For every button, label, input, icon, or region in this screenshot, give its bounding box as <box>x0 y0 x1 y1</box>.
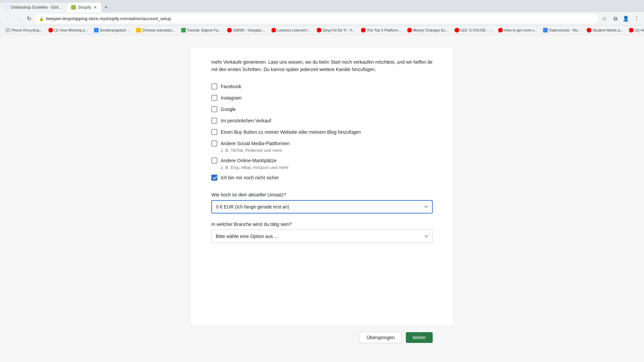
bookmark-favicon-15 <box>629 28 634 33</box>
bookmark-how-get[interactable]: How to get more v... <box>495 27 540 33</box>
bookmark-money[interactable]: Money Changes Ex... <box>405 27 451 33</box>
bookmark-favicon-2 <box>48 28 53 33</box>
bookmark-favicon-3 <box>94 28 99 33</box>
checkbox-social-media[interactable] <box>211 140 217 146</box>
bookmark-favicon-9 <box>361 28 366 33</box>
address-bar[interactable]: 🔒 beispiel-dropshipping-store.myshopify.… <box>35 14 598 23</box>
bookmark-chinese[interactable]: Chinese translatio... <box>133 27 177 33</box>
bookmark-how-to-add[interactable]: (2) How To Add A... <box>626 27 644 33</box>
bookmark-datenschutz[interactable]: Datenschutz - Re... <box>540 27 583 33</box>
bookmark-lee[interactable]: LEE 'S HOUSE - ... <box>452 27 495 33</box>
bookmark-favicon-12 <box>498 28 503 33</box>
tab-title-onlineshop: Onlineshop Erstellen - Einfa... <box>11 5 63 10</box>
bookmark-label-13: Datenschutz - Re... <box>549 28 581 32</box>
checkbox-item-in-person: Im persönlichen Verkauf <box>211 116 433 126</box>
checkbox-label-buy-button[interactable]: Einen Buy Button zu meiner Website oder … <box>221 129 361 135</box>
revenue-select[interactable]: 0 € EUR (Ich fange gerade erst an) 1 - 1… <box>211 200 433 214</box>
checkbox-label-marketplaces[interactable]: Andere Online-Marktplätze <box>221 158 277 163</box>
nav-icons: ☆ ⧉ 👤 ⋮ <box>600 14 641 23</box>
channel-checkbox-list: Facebook Instagram Google <box>211 81 433 184</box>
checkbox-label-google[interactable]: Google <box>221 107 236 112</box>
checkbox-google[interactable] <box>211 106 217 112</box>
bookmark-tutorial[interactable]: Tutorial: Eigene Fa... <box>178 27 224 33</box>
checkbox-in-person[interactable] <box>211 118 217 124</box>
bookmark-qing[interactable]: Qing Fei De Yi - Y... <box>314 27 358 33</box>
menu-button[interactable]: ⋮ <box>632 14 641 23</box>
checkbox-not-sure[interactable] <box>211 175 217 181</box>
intro-text: mehr Verkäufe generieren. Lass uns wisse… <box>211 58 433 73</box>
bookmark-favicon-4 <box>136 28 141 33</box>
bookmark-label-10: Money Changes Ex... <box>413 28 448 32</box>
bookmark-favicon-13 <box>543 28 548 33</box>
checkbox-item-instagram: Instagram <box>211 93 433 103</box>
bookmark-label-7: Lessons Learned f... <box>277 28 311 32</box>
revenue-label: Wie hoch ist dein aktueller Umsatz? <box>211 192 433 197</box>
tab-favicon-shopify <box>71 5 76 10</box>
checkbox-marketplaces[interactable] <box>211 158 217 164</box>
security-lock-icon: 🔒 <box>39 16 44 21</box>
bookmarks-bar: Phone Recycling... (1) How Working a... … <box>0 25 644 35</box>
bookmark-favicon-11 <box>454 28 459 33</box>
bookmark-label-5: Tutorial: Eigene Fa... <box>187 28 221 32</box>
checkbox-item-buy-button: Einen Buy Button zu meiner Website oder … <box>211 127 433 137</box>
checkbox-row-not-sure: Ich bin mir noch nicht sicher <box>211 173 433 183</box>
bookmark-how-working[interactable]: (1) How Working a... <box>46 27 91 33</box>
bookmark-label-8: Qing Fei De Yi - Y... <box>323 28 355 32</box>
checkbox-label-not-sure[interactable]: Ich bin mir noch nicht sicher <box>221 175 279 180</box>
next-button[interactable]: Weiter <box>406 332 433 343</box>
checkbox-buy-button[interactable] <box>211 129 217 135</box>
forward-button[interactable]: → <box>13 14 23 23</box>
checkbox-row-marketplaces: Andere Online-Marktplätze <box>211 156 433 166</box>
nav-bar: ← → ↻ 🔒 beispiel-dropshipping-store.mysh… <box>0 12 644 25</box>
tab-shopify[interactable]: Shopify ✕ <box>67 3 101 12</box>
bookmark-label-6: GMSN - Vologda-... <box>233 28 265 32</box>
back-button[interactable]: ← <box>3 14 12 23</box>
bookmark-label-1: Phone Recycling... <box>11 28 42 32</box>
checkbox-row-buy-button: Einen Buy Button zu meiner Website oder … <box>211 127 433 137</box>
bookmark-label-14: Student Wants a... <box>593 28 623 32</box>
bookmark-lessons[interactable]: Lessons Learned f... <box>269 27 314 33</box>
bookmark-student[interactable]: Student Wants a... <box>584 27 626 33</box>
industry-select[interactable]: Bitte wähle eine Option aus ... Mode & B… <box>211 230 433 243</box>
footer-bar: Überspringen Weiter <box>191 326 453 349</box>
checkbox-label-in-person[interactable]: Im persönlichen Verkauf <box>221 118 271 123</box>
checkbox-instagram[interactable] <box>211 95 217 101</box>
checkbox-row-instagram: Instagram <box>211 93 433 103</box>
checkbox-label-social-media[interactable]: Andere Social Media-Plattformen <box>221 141 289 146</box>
bookmark-label-3: Sonderangebot! ... <box>100 28 130 32</box>
revenue-section: Wie hoch ist dein aktueller Umsatz? 0 € … <box>211 192 433 214</box>
checkbox-label-facebook[interactable]: Facebook <box>221 84 241 89</box>
new-tab-button[interactable]: + <box>101 3 111 12</box>
checkbox-sublabel-marketplaces: z. B. Etsy, eBay, Amazon und mehr <box>211 165 433 170</box>
checkbox-sublabel-social-media: z. B. TikTok, Pinterest und mehr <box>211 148 433 153</box>
checkbox-label-instagram[interactable]: Instagram <box>221 95 241 101</box>
bookmark-star-button[interactable]: ☆ <box>600 14 609 23</box>
checkbox-row-social-media: Andere Social Media-Plattformen <box>211 138 433 148</box>
checkbox-row-in-person: Im persönlichen Verkauf <box>211 116 433 126</box>
bookmark-gmsn[interactable]: GMSN - Vologda-... <box>224 27 268 33</box>
industry-label: In welcher Branche wirst du tätig sein? <box>211 222 433 227</box>
bookmark-favicon-5 <box>181 28 186 33</box>
bookmark-favicon-1 <box>5 28 10 33</box>
skip-button[interactable]: Überspringen <box>360 332 402 343</box>
bookmark-phone-recycling[interactable]: Phone Recycling... <box>3 27 45 33</box>
checkbox-facebook[interactable] <box>211 83 217 89</box>
checkbox-item-marketplaces: Andere Online-Marktplätze z. B. Etsy, eB… <box>211 156 433 171</box>
bookmark-favicon-14 <box>587 28 591 33</box>
refresh-button[interactable]: ↻ <box>24 14 34 23</box>
tab-onlineshop[interactable]: Onlineshop Erstellen - Einfa... <box>0 3 67 12</box>
bookmark-favicon-6 <box>227 28 232 33</box>
bookmark-label-4: Chinese translatio... <box>142 28 175 32</box>
bookmark-sonderangebot[interactable]: Sonderangebot! ... <box>91 27 133 33</box>
bookmark-top3[interactable]: The Top 3 Platform... <box>358 27 404 33</box>
address-text: beispiel-dropshipping-store.myshopify.co… <box>46 16 594 21</box>
page-wrapper: mehr Verkäufe generieren. Lass uns wisse… <box>0 35 644 362</box>
form-inner: mehr Verkäufe generieren. Lass uns wisse… <box>191 48 453 243</box>
tab-close-icon[interactable]: ✕ <box>93 5 97 10</box>
profile-button[interactable]: 👤 <box>621 14 631 23</box>
extensions-button[interactable]: ⧉ <box>610 14 620 23</box>
checkbox-row-facebook: Facebook <box>211 81 433 92</box>
bookmark-label-2: (1) How Working a... <box>54 28 88 32</box>
bookmark-label-12: How to get more v... <box>504 28 537 32</box>
industry-section: In welcher Branche wirst du tätig sein? … <box>211 222 433 243</box>
